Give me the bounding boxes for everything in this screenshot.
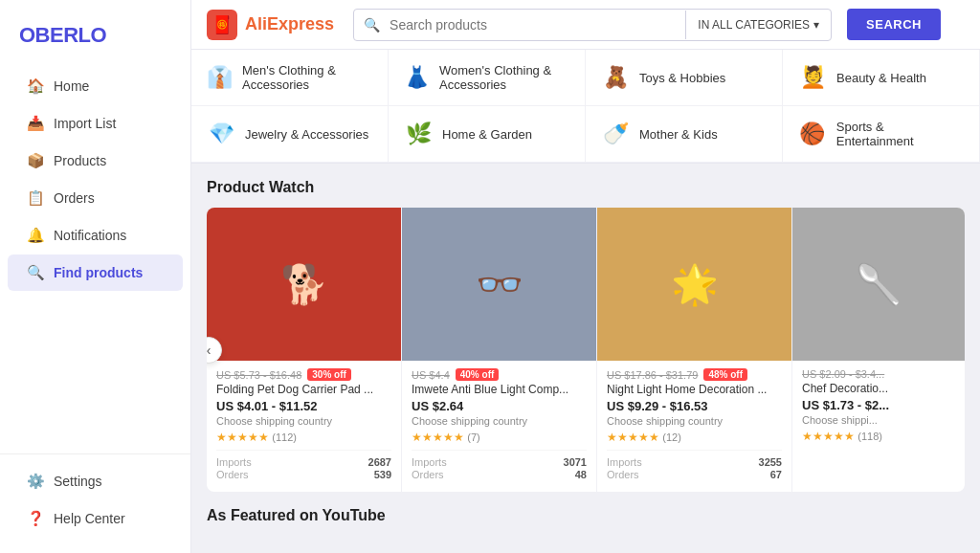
price-row: US $5.73 - $16.48 30% off [216,368,391,381]
product-watch-title: Product Watch [207,179,965,196]
product-stats: Imports2687 Orders539 [216,450,391,480]
category-item[interactable]: 👔Men's Clothing & Accessories [191,50,389,106]
star-rating: ★★★★★ (112) [216,431,391,444]
search-button[interactable]: SEARCH [847,9,941,40]
category-label: Home & Garden [442,127,532,142]
sidebar-item-notifications[interactable]: 🔔Notifications [8,217,183,254]
original-price: US $4.4 [412,369,450,381]
product-title: Night Light Home Decoration ... [607,383,782,396]
sidebar-label-home: Home [54,78,89,94]
shipping-label: Choose shipping country [412,415,587,427]
category-label: Beauty & Health [836,71,926,85]
price-row: US $2.09 - $3.4... [802,368,955,380]
discount-badge: 48% off [703,368,747,381]
featured-title: As Featured on YouTube [207,507,965,524]
notifications-icon: 🔔 [27,227,44,244]
search-icon: 🔍 [354,17,390,33]
category-item[interactable]: 🏀Sports & Entertainment [783,106,980,163]
discount-badge: 30% off [307,368,351,381]
sidebar-bottom: ⚙️Settings❓Help Center [0,453,190,538]
sidebar-item-help-center[interactable]: ❓Help Center [8,500,183,537]
review-count: (112) [272,431,297,443]
product-watch-row: ‹ 🐕 US $5.73 - $16.48 30% off Folding Pe… [207,208,965,492]
aliexpress-icon: 🧧 [207,10,237,40]
product-info: US $5.73 - $16.48 30% off Folding Pet Do… [207,361,401,480]
sidebar-label-orders: Orders [54,190,95,206]
home-icon: 🏠 [27,77,44,95]
category-label: Mother & Kids [639,127,718,142]
main-content: 🧧 AliExpress 🔍 IN ALL CATEGORIES ▾ SEARC… [191,0,980,553]
product-info: US $2.09 - $3.4... Chef Decoratio... US … [792,361,965,443]
find-products-icon: 🔍 [27,264,44,281]
sale-price: US $1.73 - $2... [802,398,955,412]
sidebar-nav: 🏠Home📥Import List📦Products📋Orders🔔Notifi… [0,67,190,453]
topbar: 🧧 AliExpress 🔍 IN ALL CATEGORIES ▾ SEARC… [191,0,980,50]
shipping-label: Choose shippi... [802,414,955,426]
category-icon: 🧸 [601,65,630,90]
category-item[interactable]: 💎Jewelry & Accessories [191,106,389,163]
category-icon: 🏀 [798,122,827,146]
star-rating: ★★★★★ (118) [802,430,955,443]
category-label: Jewelry & Accessories [245,127,368,142]
sale-price: US $4.01 - $11.52 [216,399,391,413]
category-icon: 💎 [207,122,235,146]
sidebar: OBERLO 🏠Home📥Import List📦Products📋Orders… [0,0,191,553]
star-rating: ★★★★★ (7) [412,431,587,444]
original-price: US $5.73 - $16.48 [216,369,301,381]
product-image: 👓 [402,208,596,361]
category-dropdown-label: IN ALL CATEGORIES [698,18,810,32]
sidebar-label-import-list: Import List [54,116,116,131]
sidebar-label-products: Products [54,153,106,168]
review-count: (12) [662,431,681,443]
sidebar-item-products[interactable]: 📦Products [8,143,183,179]
price-row: US $4.4 40% off [412,368,587,381]
oberlo-logo: OBERLO [0,15,190,67]
product-card[interactable]: 🐕 US $5.73 - $16.48 30% off Folding Pet … [207,208,402,492]
category-label: Men's Clothing & Accessories [242,63,372,92]
chevron-down-icon: ▾ [813,18,819,32]
sidebar-label-notifications: Notifications [54,228,126,243]
category-icon: 👔 [207,65,233,90]
sidebar-item-settings[interactable]: ⚙️Settings [8,463,183,499]
original-price: US $17.86 - $31.79 [607,369,698,381]
sale-price: US $9.29 - $16.53 [607,399,782,413]
original-price: US $2.09 - $3.4... [802,368,884,380]
sale-price: US $2.64 [412,399,587,413]
star-rating: ★★★★★ (12) [607,431,782,444]
product-stats: Imports3255 Orders67 [607,450,782,480]
sidebar-label-help-center: Help Center [54,511,125,526]
sidebar-label-find-products: Find products [54,265,143,280]
product-card[interactable]: 👓 US $4.4 40% off Imwete Anti Blue Light… [402,208,597,492]
sidebar-item-import-list[interactable]: 📥Import List [8,105,183,142]
settings-icon: ⚙️ [27,473,44,490]
product-image: 🥄 [792,208,965,361]
review-count: (7) [467,431,479,443]
product-card[interactable]: 🥄 US $2.09 - $3.4... Chef Decoratio... U… [792,208,965,492]
discount-badge: 40% off [456,368,500,381]
category-item[interactable]: 👗Women's Clothing & Accessories [389,50,586,106]
sidebar-item-home[interactable]: 🏠Home [8,68,183,104]
category-label: Toys & Hobbies [639,71,725,85]
product-title: Chef Decoratio... [802,382,955,395]
category-item[interactable]: 💆Beauty & Health [783,50,980,106]
search-input[interactable] [390,10,685,40]
product-card[interactable]: 🌟 US $17.86 - $31.79 48% off Night Light… [597,208,792,492]
category-dropdown[interactable]: IN ALL CATEGORIES ▾ [685,11,831,39]
category-item[interactable]: 🍼Mother & Kids [586,106,783,163]
product-image: 🌟 [597,208,791,361]
product-info: US $17.86 - $31.79 48% off Night Light H… [597,361,791,480]
aliexpress-name: AliExpress [245,14,334,34]
category-icon: 💆 [798,65,827,90]
category-item[interactable]: 🌿Home & Garden [389,106,586,163]
search-bar: 🔍 IN ALL CATEGORIES ▾ [353,9,832,41]
category-item[interactable]: 🧸Toys & Hobbies [586,50,783,106]
review-count: (118) [858,431,882,442]
sidebar-item-find-products[interactable]: 🔍Find products [8,254,183,291]
sidebar-item-orders[interactable]: 📋Orders [8,180,183,216]
category-label: Women's Clothing & Accessories [439,63,569,92]
shipping-label: Choose shipping country [216,415,391,427]
import-list-icon: 📥 [27,115,44,132]
product-image: 🐕 [207,208,401,361]
category-label: Sports & Entertainment [836,120,964,148]
product-title: Imwete Anti Blue Light Comp... [412,383,587,396]
